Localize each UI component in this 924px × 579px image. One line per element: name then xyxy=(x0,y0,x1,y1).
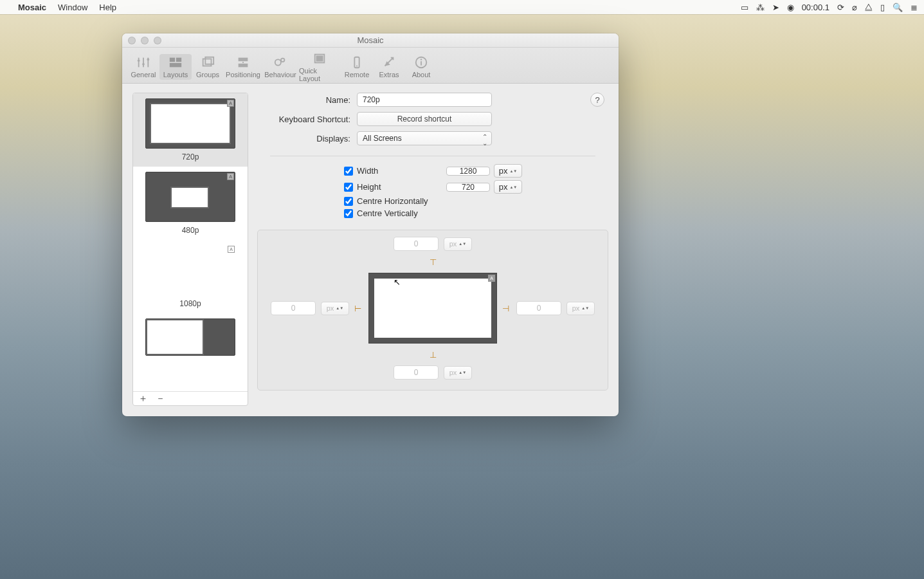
menu-help[interactable]: Help xyxy=(99,3,116,12)
titlebar: Mosaic xyxy=(122,33,619,48)
name-input[interactable] xyxy=(357,93,492,107)
position-preview: px▲▼ ⊤ px▲▼ ⊢ A ↖ ⊣ px▲▼ ⊥ xyxy=(257,230,608,391)
svg-point-13 xyxy=(275,59,281,65)
tab-layouts[interactable]: Layouts xyxy=(159,54,192,80)
aspect-badge-icon: A xyxy=(228,246,235,253)
name-label: Name: xyxy=(257,95,357,105)
displays-select[interactable]: All Screens ⌃⌄ xyxy=(357,131,492,145)
stepper-icon: ▲▼ xyxy=(581,306,589,310)
margin-left-unit: px▲▼ xyxy=(321,302,349,315)
svg-rect-0 xyxy=(138,57,140,67)
layout-item-480p[interactable]: A 480p xyxy=(133,167,248,240)
menulet-timer-icon[interactable]: ◉ xyxy=(787,3,794,12)
layout-thumbnail: A xyxy=(145,98,235,149)
menubar: Mosaic Window Help ▭ ⁂ ➤ ◉ 00:00.1 ⟳ ⌀ ⧋… xyxy=(0,0,924,14)
margin-right-input xyxy=(516,301,561,315)
menu-window[interactable]: Window xyxy=(58,3,87,12)
divider xyxy=(270,156,595,156)
centre-horizontal-checkbox[interactable] xyxy=(344,197,353,206)
menulet-spotlight-icon[interactable]: 🔍 xyxy=(892,3,903,12)
menulet-sync-icon[interactable]: ⟳ xyxy=(837,3,844,12)
margin-bottom-input xyxy=(394,365,439,380)
svg-rect-20 xyxy=(421,61,422,65)
margin-left-input xyxy=(271,301,316,315)
menulet-list-icon[interactable]: ≣ xyxy=(910,3,918,12)
svg-point-18 xyxy=(356,65,358,66)
tab-about[interactable]: About xyxy=(405,54,437,80)
svg-rect-6 xyxy=(170,57,175,61)
layout-item-label: 480p xyxy=(182,226,199,235)
layout-item-label: 720p xyxy=(182,152,199,161)
tab-quick-layout[interactable]: Quick Layout xyxy=(298,50,341,84)
centre-vertical-label: Centre Vertically xyxy=(357,208,418,218)
cursor-icon: ↖ xyxy=(394,277,401,287)
minimize-button[interactable] xyxy=(141,37,149,44)
svg-point-5 xyxy=(147,58,150,60)
tab-remote[interactable]: Remote xyxy=(341,54,373,80)
tab-behaviour[interactable]: Behaviour xyxy=(262,54,298,80)
tab-groups[interactable]: Groups xyxy=(192,54,224,80)
stepper-icon: ▲▼ xyxy=(336,306,343,310)
menulet-location-icon[interactable]: ➤ xyxy=(772,3,779,12)
menulet-battery-icon[interactable]: ▯ xyxy=(880,3,885,12)
layout-thumbnail: A xyxy=(145,172,235,222)
zoom-button[interactable] xyxy=(154,37,161,44)
aspect-badge-icon: A xyxy=(227,173,234,180)
tab-positioning[interactable]: Positioning xyxy=(224,54,262,80)
connector-top-icon: ⊤ xyxy=(431,257,434,266)
app-menu[interactable]: Mosaic xyxy=(18,3,46,12)
menulet-display-icon[interactable]: ▭ xyxy=(741,3,748,12)
layout-item-720p[interactable]: A 720p xyxy=(133,93,248,167)
layout-item-label: 1080p xyxy=(179,299,201,308)
chevron-updown-icon: ⌃⌄ xyxy=(482,134,487,147)
layout-editor: Name: Keyboard Shortcut: Record shortcut… xyxy=(257,93,608,406)
svg-rect-16 xyxy=(316,55,323,61)
tab-extras[interactable]: Extras xyxy=(373,54,405,80)
preferences-window: Mosaic General Layouts Groups Positionin… xyxy=(122,33,619,416)
aspect-badge-icon: A xyxy=(488,275,495,282)
svg-point-21 xyxy=(421,59,422,60)
preview-screen[interactable]: A ↖ xyxy=(368,273,497,344)
centre-horizontal-label: Centre Horizontally xyxy=(357,196,428,206)
svg-rect-7 xyxy=(176,57,181,61)
svg-point-4 xyxy=(142,62,145,65)
displays-label: Displays: xyxy=(257,134,357,143)
layout-list-footer: ＋ － xyxy=(133,391,248,405)
margin-top-input xyxy=(394,237,439,251)
stepper-icon: ▲▼ xyxy=(509,169,517,173)
width-input[interactable] xyxy=(446,167,490,176)
height-checkbox[interactable] xyxy=(344,183,353,192)
stepper-icon: ▲▼ xyxy=(458,371,466,374)
stepper-icon: ▲▼ xyxy=(458,242,466,246)
height-input[interactable] xyxy=(446,183,490,192)
layout-item-extra[interactable] xyxy=(133,313,248,361)
centre-vertical-checkbox[interactable] xyxy=(344,209,353,218)
window-title: Mosaic xyxy=(357,35,383,45)
record-shortcut-button[interactable]: Record shortcut xyxy=(357,112,492,126)
layout-list: A 720p A 480p A 1080p xyxy=(132,93,248,406)
preferences-toolbar: General Layouts Groups Positioning Behav… xyxy=(122,48,619,84)
remove-layout-button[interactable]: － xyxy=(156,392,165,405)
width-label: Width xyxy=(357,166,378,176)
width-checkbox[interactable] xyxy=(344,167,353,176)
tab-general[interactable]: General xyxy=(127,54,159,80)
width-unit-select[interactable]: px▲▼ xyxy=(494,164,522,178)
layout-item-1080p[interactable]: A 1080p xyxy=(133,240,248,313)
margin-bottom-unit: px▲▼ xyxy=(444,366,472,380)
svg-rect-12 xyxy=(239,63,248,67)
connector-bottom-icon: ⊥ xyxy=(431,350,434,359)
menulet-wifi-icon[interactable]: ⧋ xyxy=(865,2,873,12)
stepper-icon: ▲▼ xyxy=(509,185,517,189)
connector-left-icon: ⊢ xyxy=(354,304,363,313)
menulet-clock[interactable]: 00:00.1 xyxy=(802,3,829,12)
layout-thumbnail: A xyxy=(145,245,235,295)
menulet-dropbox-icon[interactable]: ⁂ xyxy=(756,3,765,12)
height-unit-select[interactable]: px▲▼ xyxy=(494,180,522,194)
close-button[interactable] xyxy=(128,37,136,44)
menulet-disk-icon[interactable]: ⌀ xyxy=(852,3,857,12)
shortcut-label: Keyboard Shortcut: xyxy=(257,115,357,124)
margin-top-unit: px▲▼ xyxy=(444,237,472,251)
svg-rect-1 xyxy=(143,57,144,67)
height-label: Height xyxy=(357,182,381,192)
add-layout-button[interactable]: ＋ xyxy=(138,392,148,405)
